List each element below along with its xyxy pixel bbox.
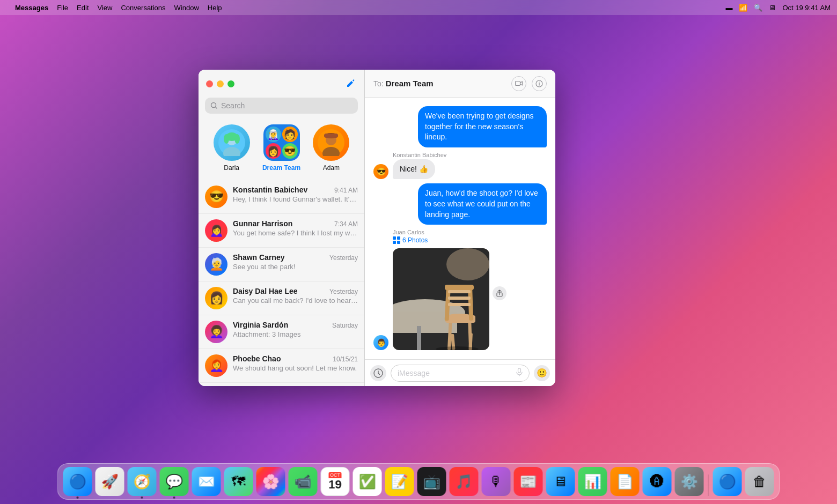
svg-rect-17 — [393, 241, 396, 244]
photos-label: 6 Photos — [393, 236, 489, 244]
conv-item-phoebe[interactable]: 👩‍🦰 Phoebe Chao 10/15/21 We should hang … — [199, 349, 364, 383]
conv-item-shawn[interactable]: 🧑‍🦳 Shawn Carney Yesterday See you at th… — [199, 248, 364, 281]
dock-appstore[interactable]: 🅐 — [643, 467, 672, 496]
dock-numbers[interactable]: 📊 — [578, 467, 607, 496]
conv-item-konstantin[interactable]: 😎 Konstantin Babichev 9:41 AM Hey, I thi… — [199, 180, 364, 214]
svg-point-20 — [446, 248, 489, 280]
minimize-button[interactable] — [217, 80, 224, 87]
maximize-button[interactable] — [227, 80, 234, 87]
msg-row-2: 😎 Nice! 👍 — [373, 159, 547, 180]
chat-header-right — [511, 76, 547, 91]
dock-finder[interactable]: 🔵 — [63, 467, 92, 496]
compose-button[interactable] — [344, 77, 357, 90]
conversations-menu[interactable]: Conversations — [121, 4, 165, 12]
conv-avatar-daisy: 👩 — [205, 287, 227, 309]
sidebar-titlebar — [199, 70, 364, 98]
safari-icon: 🧭 — [134, 473, 151, 490]
dock-news[interactable]: 📰 — [514, 467, 543, 496]
conv-avatar-phoebe: 👩‍🦰 — [205, 354, 227, 377]
dock-appletv[interactable]: 📺 — [417, 467, 446, 496]
photo-bubble[interactable] — [393, 248, 489, 350]
conv-time-gunnar: 7:34 AM — [334, 220, 358, 228]
dock-launchpad[interactable]: 🚀 — [96, 467, 124, 496]
dock-systemprefs[interactable]: ⚙️ — [675, 467, 704, 496]
dock-safari[interactable]: 🧭 — [128, 467, 157, 496]
conv-avatar-konstantin: 😎 — [205, 186, 227, 208]
emoji-button[interactable]: 🙂 — [534, 365, 550, 381]
dock-calendar[interactable]: OCT 19 — [321, 467, 350, 496]
incoming-group-juan: Juan Carlos 👨 6 Photos — [373, 229, 547, 350]
file-menu[interactable]: File — [57, 4, 68, 12]
apps-button[interactable] — [370, 365, 386, 381]
conv-name-gunnar: Gunnar Harrison — [233, 219, 292, 228]
share-button[interactable] — [493, 286, 506, 300]
conv-time-phoebe: 10/15/21 — [333, 355, 358, 363]
to-label: To: — [373, 79, 384, 88]
dock-pages[interactable]: 📄 — [611, 467, 640, 496]
conv-preview-shawn: See you at the park! — [233, 263, 358, 271]
conv-preview-konstantin: Hey, I think I found Gunnar's wallet. It… — [233, 195, 358, 203]
conv-name-phoebe: Phoebe Chao — [233, 354, 281, 363]
messages-area: We've been trying to get designs togethe… — [365, 98, 555, 359]
search-icon[interactable]: 🔍 — [754, 4, 762, 12]
numbers-icon: 📊 — [584, 473, 601, 490]
svg-rect-12 — [516, 81, 520, 86]
pinned-dream-team[interactable]: 🧝‍♀️ 🧑 👩 😎 Dream Team — [262, 124, 300, 172]
conv-time-shawn: Yesterday — [329, 254, 358, 262]
avatar-dream-team: 🧝‍♀️ 🧑 👩 😎 — [263, 124, 300, 161]
msg-row-3: Juan, how'd the shoot go? I'd love to se… — [373, 183, 547, 225]
dock-keynote[interactable]: 🖥 — [546, 467, 575, 496]
conv-content-phoebe: Phoebe Chao 10/15/21 We should hang out … — [233, 354, 358, 372]
edit-menu[interactable]: Edit — [77, 4, 89, 12]
finder-icon: 🔵 — [69, 473, 86, 490]
conv-item-daisy[interactable]: 👩 Daisy Dal Hae Lee Yesterday Can you ca… — [199, 281, 364, 315]
conv-item-gunnar[interactable]: 🙍‍♀️ Gunnar Harrison 7:34 AM You get hom… — [199, 214, 364, 248]
message-input-field[interactable]: iMessage — [391, 365, 530, 382]
app-name-menu[interactable]: Messages — [15, 4, 48, 12]
dock-mail[interactable]: ✉️ — [192, 467, 221, 496]
close-button[interactable] — [206, 80, 213, 87]
dock-facetime[interactable]: 📹 — [289, 467, 318, 496]
svg-rect-15 — [393, 236, 396, 240]
dock-photos[interactable]: 🌸 — [256, 467, 285, 496]
wifi-icon: 📶 — [739, 4, 747, 12]
traffic-lights — [206, 80, 234, 87]
chair-photo — [393, 248, 489, 350]
svg-point-14 — [539, 81, 539, 82]
msg-bubble-2: Nice! 👍 — [393, 159, 435, 180]
dock-podcasts[interactable]: 🎙 — [482, 467, 511, 496]
help-menu[interactable]: Help — [208, 4, 222, 12]
dock-reminders[interactable]: ✅ — [353, 467, 382, 496]
search-bar[interactable]: Search — [205, 98, 358, 114]
chat-header-left: To: Dream Team — [373, 79, 434, 88]
input-area: iMessage 🙂 — [365, 359, 555, 386]
dock-screen-time[interactable]: 🔵 — [713, 467, 742, 496]
conv-avatar-virginia: 👩‍🦱 — [205, 321, 227, 343]
window-menu[interactable]: Window — [174, 4, 199, 12]
menubar-left: Messages File Edit View Conversations Wi… — [6, 4, 222, 12]
svg-rect-33 — [448, 297, 471, 300]
search-placeholder: Search — [221, 101, 245, 110]
dock-maps[interactable]: 🗺 — [224, 467, 253, 496]
video-call-button[interactable] — [511, 76, 526, 91]
appletv-icon: 📺 — [423, 473, 440, 490]
conv-name-daisy: Daisy Dal Hae Lee — [233, 287, 298, 295]
dock-music[interactable]: 🎵 — [450, 467, 479, 496]
search-icon — [210, 102, 218, 109]
info-button[interactable] — [532, 76, 547, 91]
pinned-adam[interactable]: Adam — [313, 124, 349, 172]
svg-rect-11 — [324, 134, 338, 138]
dock-trash[interactable]: 🗑 — [745, 467, 774, 496]
safari-dot — [141, 496, 143, 499]
sender-label-konstantin: Konstantin Babichev — [373, 152, 547, 158]
conv-preview-daisy: Can you call me back? I'd love to hear m… — [233, 297, 358, 305]
conv-content-virginia: Virginia Sardón Saturday Attachment: 3 I… — [233, 321, 358, 338]
dock-notes[interactable]: 📝 — [385, 467, 414, 496]
view-menu[interactable]: View — [98, 4, 113, 12]
contact-name-darla: Darla — [224, 164, 239, 172]
conv-item-virginia[interactable]: 👩‍🦱 Virginia Sardón Saturday Attachment:… — [199, 315, 364, 349]
pinned-darla[interactable]: Darla — [214, 124, 250, 172]
dock-messages[interactable]: 💬 — [160, 467, 189, 496]
systemprefs-icon: ⚙️ — [681, 473, 698, 490]
conv-name-virginia: Virginia Sardón — [233, 321, 288, 329]
